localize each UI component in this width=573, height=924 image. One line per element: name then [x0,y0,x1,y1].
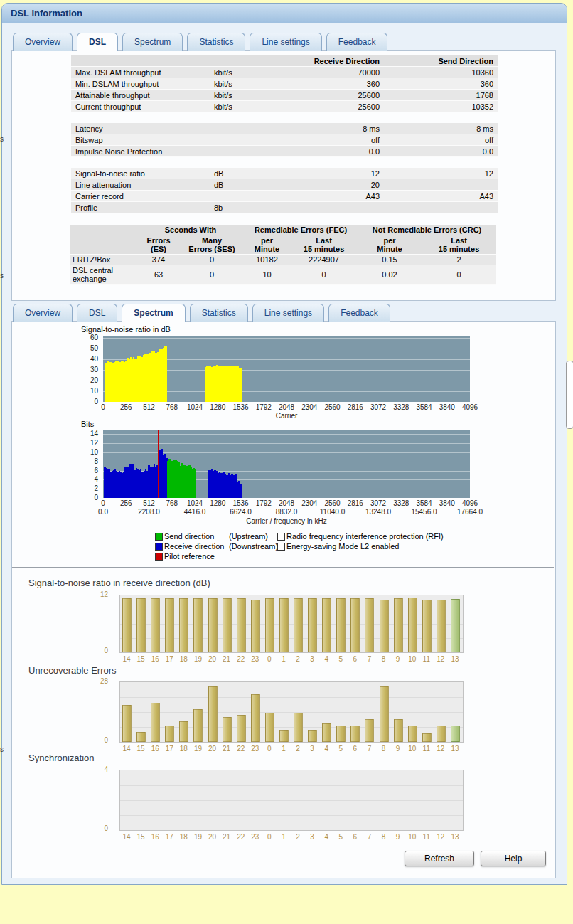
tab-statistics[interactable]: Statistics [187,33,245,51]
table-row: Carrier recordA43A43 [71,191,498,202]
row-send-value: 0.0 [384,146,498,157]
tab-line-settings[interactable]: Line settings [252,304,324,322]
tab-line-settings[interactable]: Line settings [250,33,321,51]
x-tick-label: 2 [296,655,300,663]
spacer-cell [71,157,498,169]
x-tick-label: 12 [437,745,444,753]
x-tick-label: 3072 [370,499,386,507]
frequency-tick-label: 2208.0 [138,508,160,516]
y-max-label: 4 [85,765,108,773]
history-bar [394,598,403,652]
frequency-tick-label: 4416.0 [184,508,206,516]
y-tick-label: 50 [75,344,98,352]
x-tick-label: 6 [353,655,358,663]
row-value: 0.02 [358,265,422,285]
x-tick-label: 14 [122,745,130,753]
group-header-1: Remediable Errors (FEC) [244,225,358,235]
help-button[interactable]: Help [481,851,546,866]
history-bar [193,709,203,742]
row-receive-value: 25600 [284,90,384,101]
frequency-tick-label: 15456.0 [411,508,437,516]
spacer-cell [71,112,498,124]
tab-spectrum[interactable]: Spectrum [122,33,183,51]
x-tick-label: 19 [194,655,202,663]
x-tick-label: 3 [310,745,314,753]
y-max-label: 28 [85,677,108,685]
sub-header-3: Last15 minutes [290,235,358,255]
refresh-button[interactable]: Refresh [405,851,474,866]
history-bar [265,713,274,742]
x-tick-label: 6 [353,833,358,841]
row-label: Latency [71,123,210,134]
x-tick-label: 1 [282,833,286,841]
tab-statistics[interactable]: Statistics [190,304,248,322]
x-tick-label: 8 [382,745,386,753]
row-label: DSL central exchange [70,265,137,285]
sub-header-2: perMinute [244,235,290,255]
gridline [120,712,463,713]
tab-feedback[interactable]: Feedback [328,304,390,322]
x-tick-label: 13 [451,833,459,841]
x-tick-label: 9 [396,655,400,663]
x-tick-label: 20 [208,833,216,841]
history-bar [237,715,246,742]
scrollbar-thumb[interactable] [566,361,573,429]
row-value: 0 [290,265,358,285]
row-value: 0.15 [358,255,422,265]
x-tick-label: 7 [368,833,372,841]
sync-history-plot [119,770,464,831]
row-unit [210,191,284,202]
x-tick-label: 1280 [210,403,225,411]
bits-spectrum-plot [103,430,470,498]
header-cell [70,235,137,255]
x-tick-label: 1024 [187,499,203,507]
y-min-label: 0 [85,824,108,832]
frequency-tick-label: 0.0 [98,508,108,516]
history-bar [380,600,389,652]
sub-header-1: ManyErrors (SES) [180,235,244,255]
tab-dsl[interactable]: DSL [77,304,117,322]
tab-overview[interactable]: Overview [13,33,73,51]
table-header-row: Receive DirectionSend Direction [71,55,498,67]
row-receive-value: 0.0 [284,146,384,157]
x-tick-label: 2560 [324,499,340,507]
sub-header-line: per [247,236,287,245]
header-receive-direction: Receive Direction [284,55,384,67]
y-tick-label: 4 [75,475,98,483]
x-tick-label: 22 [237,745,245,753]
legend-extra-label: (Upstream) [229,532,268,541]
row-send-value: 360 [384,78,498,90]
row-unit: kbit/s [210,78,284,90]
table-row: Signal-to-noise ratiodB1212 [71,168,498,179]
row-label: Attainable throughput [71,90,210,101]
row-unit [210,146,284,157]
row-label: Profile [71,202,210,213]
tab-overview[interactable]: Overview [13,304,73,322]
x-tick-label: 2304 [301,403,317,411]
tab-feedback[interactable]: Feedback [326,33,388,51]
x-tick-label: 16 [151,833,159,841]
legend-swatch-receive-direction [155,543,163,551]
table-row: Max. DSLAM throughputkbit/s7000010360 [71,67,498,78]
x-tick-label: 1024 [187,403,203,411]
bits-spectrum-title: Bits [81,420,94,428]
x-tick-label: 0 [267,833,272,841]
row-unit: kbit/s [210,101,284,112]
table-row: Impulse Noise Protection0.00.0 [71,146,498,157]
tab-spectrum[interactable]: Spectrum [122,304,185,322]
history-bar [136,598,146,652]
x-tick-label: 16 [151,655,159,663]
row-value: 0 [180,265,244,285]
snr-spectrum-plot [103,336,470,402]
row-label: Bitswap [71,134,210,146]
x-tick-label: 8 [382,833,386,841]
history-bar [308,598,317,652]
tab-dsl[interactable]: DSL [77,33,118,51]
header-send-direction: Send Direction [384,55,498,67]
x-tick-label: 18 [180,833,188,841]
x-tick-label: 3584 [416,499,432,507]
history-bar [451,726,460,742]
x-tick-label: 20 [208,655,216,663]
sub-header-4: perMinute [358,235,422,255]
edge-artifact: s [0,745,4,753]
